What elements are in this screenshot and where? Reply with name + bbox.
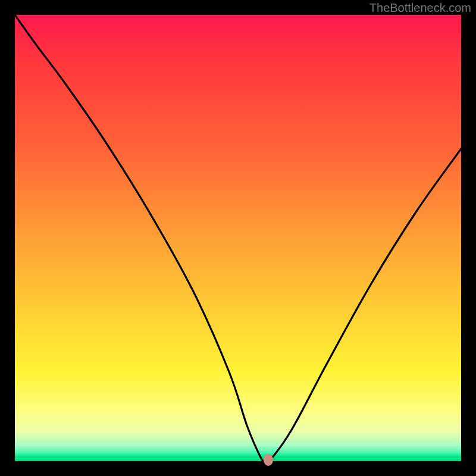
curve-svg: [15, 15, 461, 461]
watermark-text: TheBottleneck.com: [369, 1, 471, 15]
plot-area: [15, 15, 461, 461]
chart-frame: TheBottleneck.com: [0, 0, 476, 476]
optimal-point-marker: [264, 454, 273, 466]
bottleneck-curve: [15, 15, 461, 461]
